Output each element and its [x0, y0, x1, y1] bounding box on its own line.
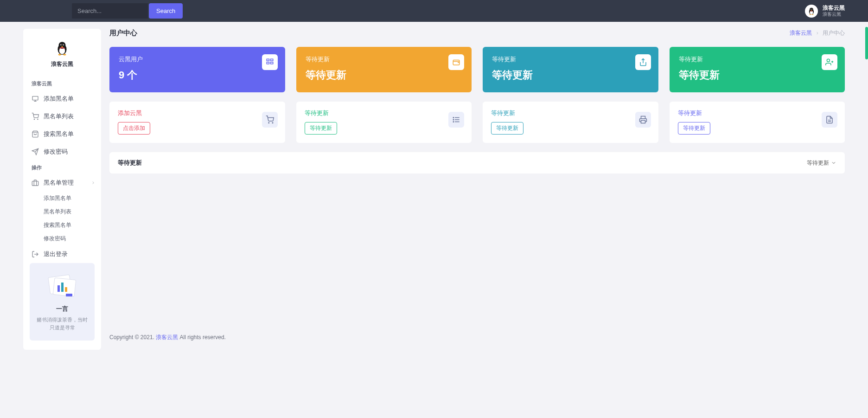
svg-rect-17	[32, 181, 38, 186]
sidebar-item-logout[interactable]: 退出登录	[23, 245, 101, 263]
action-button-2[interactable]: 等待更新	[305, 122, 337, 135]
stat-value: 等待更新	[679, 68, 836, 82]
panel-title: 等待更新	[118, 159, 142, 167]
nav-section-1: 浪客云黑	[23, 77, 101, 90]
search-input[interactable]	[72, 3, 148, 19]
chevron-down-icon	[831, 160, 836, 166]
printer-icon	[639, 116, 647, 124]
action-label: 等待更新	[491, 109, 650, 117]
nav-label: 修改密码	[44, 148, 68, 156]
user-name: 浪客云黑	[823, 5, 845, 11]
share-icon	[639, 58, 647, 66]
svg-point-40	[453, 119, 454, 120]
subnav: 添加黑名单 黑名单列表 搜索黑名单 修改密码	[23, 192, 101, 245]
panel-right-label: 等待更新	[807, 159, 829, 167]
sidebar-item-search-blacklist[interactable]: 搜索黑名单	[23, 125, 101, 143]
promo-art	[44, 272, 81, 300]
send-icon	[32, 148, 39, 155]
svg-rect-25	[267, 59, 269, 61]
action-button-add[interactable]: 点击添加	[118, 122, 150, 135]
svg-rect-42	[641, 121, 645, 123]
logo-area: 浪客云黑	[23, 38, 101, 77]
stat-card-users: 云黑用户 9 个	[109, 47, 285, 92]
logout-icon	[32, 251, 39, 258]
subnav-password[interactable]: 修改密码	[44, 232, 101, 245]
page-title: 用户中心	[109, 29, 137, 38]
top-header: Search 浪客云黑 浪客云黑	[0, 0, 868, 22]
stat-label: 云黑用户	[119, 55, 276, 64]
sidebar-item-add-blacklist[interactable]: 添加黑名单	[23, 90, 101, 108]
file-icon	[825, 116, 834, 124]
subnav-list[interactable]: 黑名单列表	[44, 205, 101, 219]
action-icon-box	[262, 112, 278, 128]
svg-point-35	[272, 122, 273, 123]
sidebar-item-management[interactable]: 黑名单管理	[23, 174, 101, 192]
svg-point-34	[268, 122, 269, 123]
subnav-add[interactable]: 添加黑名单	[44, 192, 101, 205]
search-wrap: Search	[72, 3, 183, 19]
monitor-icon	[32, 95, 39, 103]
cart-icon	[266, 116, 274, 124]
svg-rect-21	[57, 285, 60, 292]
sidebar: 浪客云黑 浪客云黑 添加黑名单 黑名单列表 搜索黑名单 修改密码 操作 黑名单管…	[23, 29, 101, 350]
scrollbar[interactable]	[865, 0, 868, 350]
svg-point-31	[827, 59, 830, 62]
breadcrumb-home[interactable]: 浪客云黑	[790, 30, 812, 36]
promo-sub: 赌书消得泼茶香，当时只道是寻常	[34, 316, 90, 331]
footer-suffix: All rights reserved.	[178, 334, 226, 341]
svg-rect-9	[32, 96, 38, 100]
user-menu[interactable]: 浪客云黑 浪客云黑	[805, 5, 845, 18]
stat-value: 等待更新	[492, 68, 649, 82]
cart-icon	[32, 113, 39, 120]
action-button-4[interactable]: 等待更新	[678, 122, 710, 135]
promo-title: 一言	[34, 305, 90, 313]
footer-prefix: Copyright © 2021.	[109, 334, 156, 341]
search-button[interactable]: Search	[149, 3, 183, 19]
action-icon-box	[448, 112, 464, 128]
action-card-4: 等待更新 等待更新	[670, 102, 845, 143]
svg-point-12	[34, 119, 34, 119]
footer: Copyright © 2021. 浪客云黑 All rights reserv…	[109, 325, 845, 350]
svg-rect-20	[53, 278, 76, 297]
page-header: 用户中心 浪客云黑 › 用户中心	[109, 29, 845, 41]
chevron-right-icon	[91, 180, 96, 185]
svg-rect-26	[270, 59, 273, 61]
stat-card-3: 等待更新 等待更新	[483, 47, 658, 92]
nav-label: 黑名单管理	[44, 179, 74, 187]
action-label: 等待更新	[678, 109, 837, 117]
breadcrumb-current: 用户中心	[823, 30, 845, 36]
sidebar-item-blacklist-list[interactable]: 黑名单列表	[23, 108, 101, 125]
stat-value: 9 个	[119, 68, 276, 82]
stat-icon-box	[448, 54, 464, 70]
sidebar-item-change-password[interactable]: 修改密码	[23, 143, 101, 161]
nav-section-2: 操作	[23, 161, 101, 174]
action-label: 等待更新	[305, 109, 464, 117]
stat-label: 等待更新	[679, 55, 836, 64]
actions-row: 添加云黑 点击添加 等待更新 等待更新 等待更新 等待更新	[109, 102, 845, 143]
action-card-2: 等待更新 等待更新	[296, 102, 472, 143]
action-button-3[interactable]: 等待更新	[491, 122, 523, 135]
stat-icon-box	[635, 54, 651, 70]
panel-dropdown[interactable]: 等待更新	[807, 159, 836, 167]
action-icon-box	[635, 112, 651, 128]
svg-point-41	[453, 122, 454, 122]
subnav-search[interactable]: 搜索黑名单	[44, 219, 101, 232]
stat-card-4: 等待更新 等待更新	[670, 47, 845, 92]
briefcase-icon	[32, 179, 39, 186]
panel: 等待更新 等待更新	[109, 152, 845, 174]
nav-label: 添加黑名单	[44, 95, 74, 103]
action-icon-box	[822, 112, 837, 128]
svg-point-13	[38, 119, 38, 119]
nav-label: 黑名单列表	[44, 112, 74, 121]
penguin-icon	[807, 7, 816, 15]
footer-link[interactable]: 浪客云黑	[156, 334, 178, 341]
stats-row: 云黑用户 9 个 等待更新 等待更新 等待更新 等待更新	[109, 47, 845, 92]
action-card-3: 等待更新 等待更新	[483, 102, 658, 143]
stat-icon-box	[262, 54, 278, 70]
site-title: 浪客云黑	[23, 60, 101, 68]
action-card-add: 添加云黑 点击添加	[109, 102, 285, 143]
nav-label: 搜索黑名单	[44, 130, 74, 138]
nav-label: 退出登录	[44, 250, 68, 258]
scrollbar-thumb[interactable]	[865, 27, 868, 59]
bag-icon	[32, 130, 39, 138]
